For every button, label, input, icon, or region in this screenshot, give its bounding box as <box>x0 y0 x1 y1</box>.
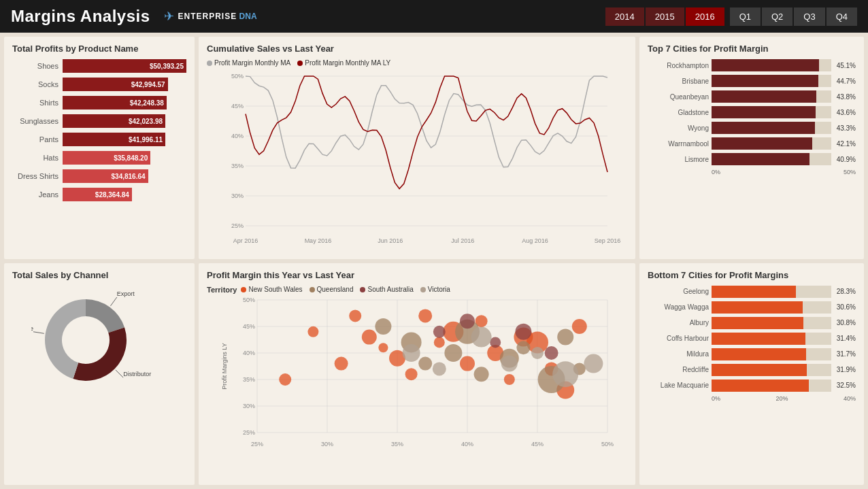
scatter-point <box>460 356 475 371</box>
bottom7-city-label: Wagga Wagga <box>648 303 709 311</box>
bar-container: $34,816.64 <box>63 169 186 183</box>
svg-text:Export: Export <box>117 290 135 297</box>
top7-bar-fill <box>712 59 819 71</box>
top7-bar-row: Warrnambool42.1% <box>648 137 856 150</box>
bar-fill: $35,848.20 <box>63 151 150 165</box>
svg-line-22 <box>33 331 44 333</box>
top7-bar-row: Lismore40.9% <box>648 153 856 165</box>
scatter-point <box>552 361 578 387</box>
top7-x-end: 50% <box>844 169 856 175</box>
legend-dot <box>207 61 212 66</box>
svg-text:Distributor: Distributor <box>123 371 151 377</box>
top7-bar-fill <box>712 90 816 103</box>
bar-container: $42,023.98 <box>63 114 186 128</box>
scatter-legend-dot <box>360 287 365 292</box>
bar-container: $50,393.25 <box>63 59 186 73</box>
year-filter: 201420152016 <box>605 7 724 26</box>
bottom7-bar-fill <box>712 364 807 376</box>
bottom7-title: Bottom 7 Cities for Profit Margins <box>648 270 856 280</box>
year-btn-2016[interactable]: 2016 <box>686 7 724 26</box>
top7-bar-fill <box>712 75 818 87</box>
top7-bar-track <box>712 106 831 118</box>
scatter-point <box>375 318 391 335</box>
svg-text:Wholesale: Wholesale <box>31 324 33 331</box>
scatter-legend-label: South Australia <box>367 286 413 293</box>
scatter-title: Profit Margin this Year vs Last Year <box>207 270 627 280</box>
bottom7-bar-value: 28.3% <box>837 288 856 295</box>
scatter-legend-label: Queensland <box>317 286 354 293</box>
svg-text:50%: 50% <box>601 441 614 448</box>
quarter-btn-Q4[interactable]: Q4 <box>827 7 857 26</box>
sales-channel-panel: Total Sales by Channel ExportDistributor… <box>4 263 195 486</box>
svg-text:25%: 25% <box>231 222 244 229</box>
bottom7-bars: Geelong28.3%Wagga Wagga30.6%Albury30.8%C… <box>648 286 856 392</box>
donut-chart-container: ExportDistributorWholesale <box>12 286 186 394</box>
svg-text:25%: 25% <box>243 429 255 436</box>
bottom7-city-label: Geelong <box>648 288 709 295</box>
bar-container: $28,364.84 <box>63 188 186 201</box>
top7-bar-fill <box>712 137 812 150</box>
bar-row: Jeans$28,364.84 <box>12 188 186 201</box>
bottom7-bar-value: 31.7% <box>837 350 856 358</box>
svg-text:30%: 30% <box>321 441 333 448</box>
bottom7-bar-fill <box>712 348 806 360</box>
svg-text:35%: 35% <box>231 163 244 169</box>
top7-bar-row: Rockhampton45.1% <box>648 59 856 71</box>
scatter-point <box>418 309 432 322</box>
header: Margins Analysis ✈ ENTERPRISE DNA 201420… <box>0 0 868 33</box>
bar-container: $42,994.57 <box>63 78 186 91</box>
quarter-btn-Q2[interactable]: Q2 <box>762 7 792 26</box>
legend-item: Profit Margin Monthly MA LY <box>297 59 390 67</box>
bar-fill: $34,816.64 <box>63 169 148 183</box>
top7-city-label: Queanbeyan <box>648 93 709 101</box>
top7-bar-fill <box>712 153 809 165</box>
scatter-point <box>572 319 587 334</box>
svg-text:25%: 25% <box>251 441 263 448</box>
top7-bar-track <box>712 122 831 134</box>
quarter-btn-Q1[interactable]: Q1 <box>730 7 761 26</box>
bottom7-bar-track <box>712 286 831 298</box>
svg-text:Apr 2016: Apr 2016 <box>233 237 258 244</box>
svg-line-20 <box>116 369 123 377</box>
bar-value: $34,816.64 <box>112 173 146 180</box>
bar-value: $35,848.20 <box>114 154 148 162</box>
bar-row: Sunglasses$42,023.98 <box>12 114 186 128</box>
top7-bar-track <box>712 137 831 150</box>
legend-dot <box>297 61 303 66</box>
territory-label: Territory <box>207 286 237 294</box>
top7-bar-value: 45.1% <box>837 62 856 69</box>
svg-text:40%: 40% <box>231 133 244 139</box>
year-btn-2015[interactable]: 2015 <box>646 7 684 26</box>
bottom7-bar-value: 31.4% <box>837 335 856 342</box>
bottom7-bar-fill <box>712 301 803 314</box>
logo-icon: ✈ <box>164 9 174 24</box>
scatter-point <box>504 374 515 385</box>
scatter-point <box>531 347 544 359</box>
bar-row: Hats$35,848.20 <box>12 151 186 165</box>
bar-fill: $42,248.38 <box>63 96 167 109</box>
bottom7-bar-row: Lake Macquarie32.5% <box>648 380 856 392</box>
bottom7-bar-value: 30.8% <box>837 319 856 326</box>
profits-bar-chart: Shoes$50,393.25Socks$42,994.57Shirts$42,… <box>12 59 186 201</box>
scatter-legend-dot <box>420 287 426 292</box>
scatter-point <box>557 328 573 345</box>
svg-text:45%: 45% <box>531 441 544 448</box>
top7-bar-value: 44.7% <box>837 78 856 85</box>
scatter-point <box>403 344 420 362</box>
sales-channel-title: Total Sales by Channel <box>12 270 186 280</box>
main-content: Total Profits by Product Name Shoes$50,3… <box>0 33 868 489</box>
quarter-btn-Q3[interactable]: Q3 <box>794 7 824 26</box>
bottom7-bar-track <box>712 348 831 360</box>
scatter-point <box>471 326 492 347</box>
quarter-filter: Q1Q2Q3Q4 <box>730 7 857 26</box>
scatter-point <box>501 355 518 371</box>
year-btn-2014[interactable]: 2014 <box>605 7 644 26</box>
svg-text:35%: 35% <box>391 441 403 448</box>
bottom7-bar-track <box>712 333 831 345</box>
bar-fill: $28,364.84 <box>63 188 132 201</box>
scatter-point <box>434 337 445 348</box>
bottom7-bar-fill <box>712 286 796 298</box>
scatter-svg: 25%30%35%40%45%50%25%30%35%40%45%50%Prof… <box>207 297 627 453</box>
bar-label: Jeans <box>12 190 59 199</box>
cumulative-sales-panel: Cumulative Sales vs Last Year Profit Mar… <box>199 37 635 259</box>
